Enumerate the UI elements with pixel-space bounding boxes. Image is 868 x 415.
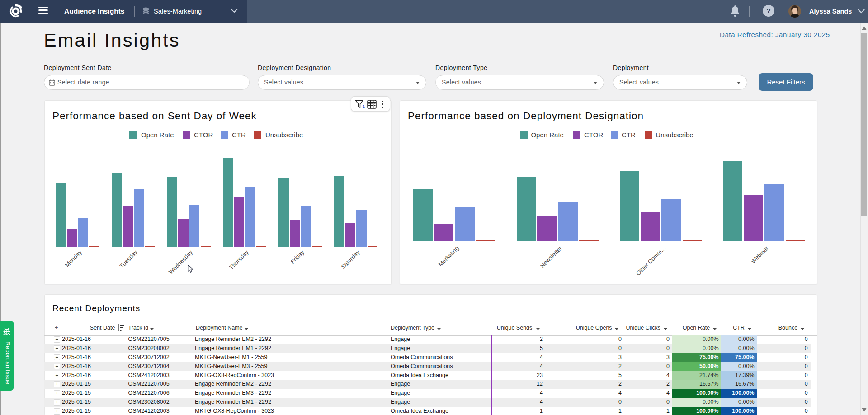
svg-text:1: 1 bbox=[363, 104, 365, 109]
